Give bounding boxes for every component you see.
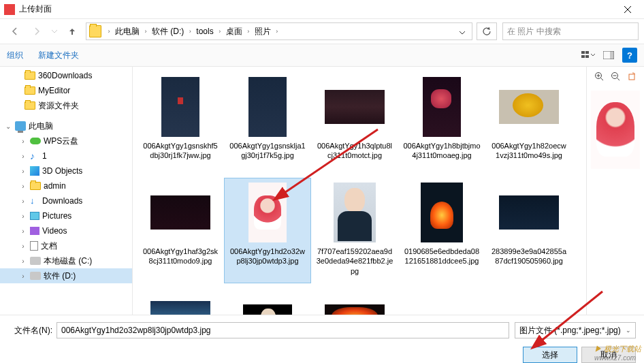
forward-button[interactable] [27, 22, 46, 40]
zoom-in-button[interactable] [592, 69, 607, 83]
file-item[interactable]: 006AkgtYgy1h3qlptu8lcj311t0motct.jpg [311, 72, 398, 178]
organize-menu[interactable]: 组织 [7, 50, 23, 61]
pc-icon [15, 121, 26, 131]
expand-toggle-icon[interactable]: › [19, 183, 27, 190]
filename-input[interactable] [57, 322, 509, 338]
tree-item[interactable]: ›Videos [0, 223, 132, 238]
chevron-right-icon: › [215, 28, 225, 35]
chevron-down-icon: ⌄ [626, 327, 631, 334]
tree-item[interactable]: ›admin [0, 178, 132, 193]
breadcrumb-dropdown[interactable] [455, 25, 469, 37]
tree-folder[interactable]: MyEditor [0, 83, 132, 98]
file-name-label: 006AkgtYgy1h8bjtbjmo4j311t0moaeg.jpg [402, 141, 482, 161]
file-item[interactable]: 006AkgtYgy1gsnsklja1gj30rj1f7k5g.jpg [224, 72, 311, 178]
app-icon [4, 4, 15, 15]
new-folder-button[interactable]: 新建文件夹 [38, 50, 79, 61]
dl-icon: ↓ [30, 196, 39, 206]
tree-item[interactable]: ›文档 [0, 238, 132, 253]
expand-toggle-icon[interactable]: › [19, 227, 27, 235]
file-name-label: 006AkgtYgy1haf3g2sk8cj311t0modo9.jpg [140, 247, 221, 266]
tree-folder[interactable]: 资源文件夹 [0, 98, 132, 113]
tree-folder[interactable]: 360Downloads [0, 68, 132, 83]
file-item[interactable] [224, 283, 311, 315]
file-item[interactable]: 7f707eaf159202aea9d3e0deda94e821fbb2.jep… [311, 178, 398, 283]
file-item[interactable]: 006AkgtYgy1gsnskhf5dbj30rj1fk7jww.jpg [137, 72, 224, 178]
up-button[interactable] [63, 22, 82, 40]
filename-label: 文件名(N): [8, 325, 52, 336]
tree-label: Pictures [42, 211, 71, 221]
search-input[interactable]: 在 照片 中搜索 [502, 22, 639, 40]
file-item[interactable]: 006AkgtYgy1h82oecw1vzj311t0mo49s.jpg [485, 72, 573, 178]
breadcrumbs[interactable]: › 此电脑 › 软件 (D:) › tools › 桌面 › 照片 › [86, 22, 472, 40]
file-name-label: 006AkgtYgy1gsnskhf5dbj30rj1fk7jww.jpg [140, 141, 221, 161]
watermark: ▶ 极光下载站 www.xz7.com [594, 344, 641, 362]
file-thumbnail [488, 76, 570, 138]
tree-item[interactable]: ›本地磁盘 (C:) [0, 253, 132, 268]
expand-toggle-icon[interactable]: › [19, 153, 27, 160]
tree-label: Videos [42, 226, 67, 236]
file-thumbnail [314, 287, 396, 315]
svg-rect-1 [585, 51, 589, 54]
file-name-label: 006AkgtYgy1h82oecw1vzj311t0mo49s.jpg [489, 141, 569, 161]
tree-item[interactable]: ›Pictures [0, 208, 132, 223]
toolbar: 组织 新建文件夹 ? [0, 44, 644, 67]
tree-label: 本地磁盘 (C:) [44, 255, 92, 267]
preview-thumbnail [590, 89, 641, 170]
expand-toggle-icon[interactable]: › [19, 272, 27, 280]
file-item[interactable] [137, 283, 224, 315]
expand-toggle-icon[interactable]: › [19, 212, 27, 220]
rotate-button[interactable] [624, 69, 639, 83]
back-button[interactable] [5, 22, 25, 40]
file-item[interactable]: 283899e3e9a042855a87dcf190505960.jpg [485, 178, 573, 283]
tree-item[interactable]: ›3D Objects [0, 163, 132, 178]
folder-tree[interactable]: 360Downloads MyEditor 资源文件夹 ⌄此电脑 ›WPS云盘›… [0, 67, 133, 315]
breadcrumb-segment[interactable]: 照片 [253, 26, 272, 37]
breadcrumb-segment[interactable]: 桌面 [225, 26, 244, 37]
expand-toggle-icon[interactable]: › [19, 257, 27, 265]
expand-toggle-icon[interactable]: › [19, 168, 27, 175]
file-thumbnail [140, 181, 221, 244]
tree-label: admin [44, 181, 66, 191]
file-grid[interactable]: 006AkgtYgy1gsnskhf5dbj30rj1fk7jww.jpg006… [133, 67, 586, 315]
tree-item[interactable]: ›WPS云盘 [0, 133, 132, 148]
chevron-right-icon: › [272, 28, 282, 35]
expand-toggle-icon[interactable]: ⌄ [4, 123, 12, 130]
window-titlebar: 上传封面 [0, 0, 644, 19]
file-item[interactable] [311, 283, 398, 315]
tree-label: 3D Objects [42, 166, 82, 176]
tree-label: 此电脑 [29, 121, 53, 132]
disk-icon [30, 257, 41, 265]
file-item[interactable]: 006AkgtYgy1h8bjtbjmo4j311t0moaeg.jpg [398, 72, 485, 178]
dialog-footer: 文件名(N): 图片文件 (*.png;*.jpeg;*.jpg) ⌄ 选择 取… [0, 315, 644, 363]
chevron-right-icon: › [185, 28, 195, 35]
tree-label: 1 [42, 151, 47, 161]
file-item[interactable]: 006AkgtYgy1haf3g2sk8cj311t0modo9.jpg [137, 178, 224, 283]
preview-pane-button[interactable] [599, 47, 618, 63]
breadcrumb-segment[interactable]: 软件 (D:) [150, 26, 185, 37]
help-button[interactable]: ? [622, 48, 637, 63]
filetype-filter[interactable]: 图片文件 (*.png;*.jpeg;*.jpg) ⌄ [515, 322, 636, 338]
expand-toggle-icon[interactable]: › [19, 198, 27, 205]
recent-dropdown[interactable] [49, 22, 60, 40]
file-item[interactable]: 0190685e6edbdeda08121651881ddcee5.jpg [398, 178, 485, 283]
close-button[interactable] [614, 0, 641, 18]
tree-this-pc[interactable]: ⌄此电脑 [0, 119, 132, 133]
folder-icon [25, 101, 35, 110]
file-thumbnail [140, 287, 221, 315]
tree-item[interactable]: ›软件 (D:) [0, 268, 132, 283]
zoom-out-button[interactable] [608, 69, 623, 83]
file-item[interactable]: 006AkgtYgy1hd2o32wp8lj30jp0wtdp3.jpg [224, 178, 311, 283]
folder-icon [25, 72, 35, 80]
breadcrumb-segment[interactable]: 此电脑 [114, 26, 141, 37]
tree-item[interactable]: ›♪1 [0, 148, 132, 163]
file-thumbnail [140, 76, 221, 138]
open-button[interactable]: 选择 [523, 347, 577, 363]
expand-toggle-icon[interactable]: › [19, 138, 27, 145]
tree-label: 文档 [41, 240, 57, 252]
breadcrumb-segment[interactable]: tools [195, 27, 214, 36]
view-options-button[interactable] [579, 47, 598, 63]
search-placeholder: 在 照片 中搜索 [507, 26, 561, 37]
refresh-button[interactable] [477, 22, 497, 40]
tree-item[interactable]: ›↓Downloads [0, 193, 132, 208]
expand-toggle-icon[interactable]: › [19, 242, 27, 250]
